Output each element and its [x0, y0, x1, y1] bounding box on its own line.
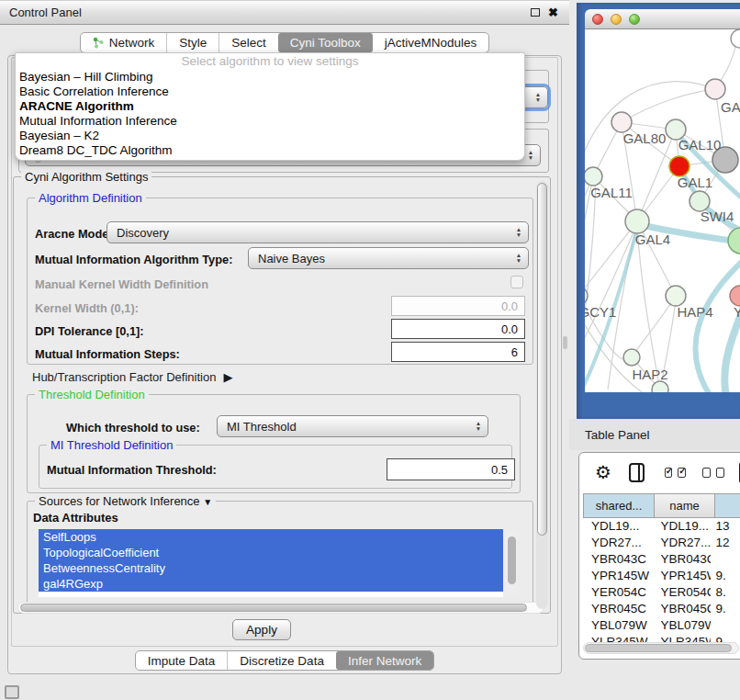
tab-infer-network[interactable]: Infer Network — [336, 651, 433, 670]
column-header-partial[interactable] — [715, 493, 740, 518]
node-partial-bottom[interactable] — [652, 381, 668, 392]
manual-kernel-label: Manual Kernel Width Definition — [35, 277, 208, 291]
kernel-width-input[interactable]: 0.0 — [391, 296, 525, 316]
cyni-algorithm-settings-group: Cyni Algorithm Settings Algorithm Defini… — [13, 176, 551, 614]
node-partial-top[interactable] — [731, 29, 740, 48]
scrollbar-thumb[interactable] — [537, 183, 547, 536]
table-row[interactable]: YDR27...YDR27...12 — [583, 535, 740, 551]
dropdown-option[interactable]: Mutual Information Inference — [16, 114, 524, 129]
table-row[interactable]: YER054CYER054C8. — [583, 584, 740, 601]
collapse-down-icon[interactable]: ▼ — [203, 497, 212, 507]
split-columns-icon[interactable] — [629, 463, 645, 482]
dropdown-option[interactable]: Bayesian – K2 — [16, 129, 524, 143]
aracne-mode-label: Aracne Mode: — [35, 227, 113, 241]
algorithm-definition-title: Algorithm Definition — [35, 191, 146, 205]
apply-button[interactable]: Apply — [232, 619, 291, 640]
unchecked-checkbox-icon[interactable] — [716, 468, 724, 478]
which-threshold-combobox[interactable]: MI Threshold ▲▼ — [217, 415, 488, 437]
attributes-scrollbar[interactable] — [506, 529, 518, 597]
checked-checkbox-icon[interactable] — [665, 468, 673, 478]
table-row[interactable]: YBR043CYBR043C — [583, 551, 740, 568]
float-window-icon[interactable] — [531, 8, 540, 17]
table-row[interactable]: YDL19...YDL19...13 — [583, 518, 740, 535]
node-label: SWI4 — [701, 209, 734, 224]
network-icon — [93, 37, 105, 49]
hub-definition-toggle[interactable]: Hub/Transcription Factor Definition ▶ — [32, 370, 232, 384]
dpi-tolerance-input[interactable]: 0.0 — [391, 319, 525, 339]
control-panel-title: Control Panel — [0, 6, 531, 19]
attribute-item-selected[interactable]: SelfLoops — [39, 529, 503, 545]
mi-steps-input[interactable]: 6 — [391, 342, 525, 362]
node-hap2[interactable] — [623, 349, 640, 366]
scrollbar-thumb[interactable] — [585, 644, 732, 652]
tab-jactivemnodules[interactable]: jActiveMNodules — [373, 33, 489, 52]
bottom-tabstrip: Impute Data Discretize Data Infer Networ… — [0, 650, 569, 671]
scrollbar-thumb[interactable] — [508, 536, 516, 584]
app-root: Control Panel ✖ Network Style Select Cyn… — [0, 0, 740, 700]
mi-steps-label: Mutual Information Steps: — [35, 347, 180, 361]
tab-impute-data[interactable]: Impute Data — [136, 651, 228, 670]
column-header-name[interactable]: name — [655, 493, 715, 518]
panel-grip-icon[interactable] — [5, 685, 19, 699]
attribute-item-selected[interactable]: gal4RGexp — [39, 576, 503, 592]
mi-type-label: Mutual Information Algorithm Type: — [35, 253, 232, 266]
network-canvas[interactable]: GAL GAL80 GAL10 GAL1 GAL11 SWI4 GAL4 GCY… — [585, 29, 740, 392]
close-icon[interactable]: ✖ — [548, 6, 558, 18]
mi-type-combobox[interactable]: Naive Bayes ▲▼ — [248, 247, 529, 269]
dropdown-option[interactable]: Bayesian – Hill Climbing — [16, 70, 524, 85]
node-label: GAL80 — [623, 130, 667, 146]
settings-hscrollbar[interactable] — [17, 602, 544, 614]
algorithm-definition-group: Algorithm Definition Aracne Mode: Discov… — [27, 198, 533, 365]
checked-checkbox-icon[interactable] — [678, 468, 686, 478]
combo-stepper-icon: ▲▼ — [469, 421, 488, 433]
close-traffic-icon[interactable] — [592, 14, 603, 25]
unchecked-checkbox-icon[interactable] — [702, 468, 711, 478]
node-big-green[interactable] — [728, 228, 740, 254]
table-row[interactable]: YLR345WYLR345W9. — [583, 634, 740, 642]
dropdown-option[interactable]: Dream8 DC_TDC Algorithm — [16, 143, 524, 158]
tab-select[interactable]: Select — [219, 33, 278, 52]
tab-network[interactable]: Network — [81, 33, 167, 52]
attribute-item-selected[interactable]: BetweennessCentrality — [39, 560, 503, 576]
expand-right-icon: ▶ — [223, 370, 232, 384]
node-hap4[interactable] — [666, 286, 686, 306]
mi-threshold-group: MI Threshold Definition Mutual Informati… — [39, 445, 512, 489]
table-hscrollbar[interactable] — [583, 642, 739, 654]
node-salmon[interactable] — [730, 286, 740, 306]
table-panel-title: Table Panel — [569, 428, 650, 442]
node-label: GAL11 — [590, 185, 633, 200]
tab-style[interactable]: Style — [166, 33, 219, 52]
node-gal11[interactable] — [585, 167, 602, 186]
gear-icon[interactable]: ⚙ — [595, 463, 611, 481]
minimize-traffic-icon[interactable] — [611, 14, 622, 25]
attribute-item-selected[interactable]: TopologicalCoefficient — [39, 545, 503, 560]
threshold-definition-group: Threshold Definition Which threshold to … — [27, 394, 521, 493]
table-panel-titlebar: Table Panel — [569, 419, 740, 450]
tab-discretize-data[interactable]: Discretize Data — [227, 651, 336, 670]
dropdown-option-highlighted[interactable]: ARACNE Algorithm — [16, 99, 524, 114]
table-row[interactable]: YPR145WYPR145W9. — [583, 568, 740, 584]
table-panel: ⚙ shared... name YDL19...YDL19...13 YDR2… — [578, 452, 740, 660]
mi-threshold-title: MI Threshold Definition — [47, 438, 176, 452]
node-gal1-red[interactable] — [669, 156, 690, 176]
manual-kernel-checkbox[interactable] — [510, 276, 523, 288]
table-row[interactable]: YBL079WYBL079W — [583, 617, 740, 634]
column-header-shared[interactable]: shared... — [583, 493, 655, 518]
node-label: GAL4 — [635, 231, 670, 247]
split-pane-handle[interactable] — [563, 336, 567, 349]
data-attributes-list: SelfLoops TopologicalCoefficient Between… — [39, 529, 503, 597]
node-label: Y — [734, 304, 740, 320]
node-gal-pink[interactable] — [705, 79, 725, 99]
mi-threshold-input[interactable]: 0.5 — [387, 458, 515, 480]
scrollbar-thumb[interactable] — [20, 604, 527, 612]
table-row[interactable]: YBR045CYBR045C9. — [583, 601, 740, 617]
zoom-traffic-icon[interactable] — [629, 14, 640, 25]
node-gal4[interactable] — [625, 209, 649, 233]
tab-cyni-toolbox[interactable]: Cyni Toolbox — [278, 33, 373, 52]
dropdown-option[interactable]: Basic Correlation Inference — [16, 85, 524, 99]
node-gal80[interactable] — [611, 112, 632, 132]
combo-stepper-icon: ▲▼ — [529, 92, 547, 104]
node-label: HAP4 — [677, 304, 712, 320]
settings-vscrollbar[interactable] — [536, 181, 548, 609]
aracne-mode-combobox[interactable]: Discovery ▲▼ — [107, 221, 529, 243]
